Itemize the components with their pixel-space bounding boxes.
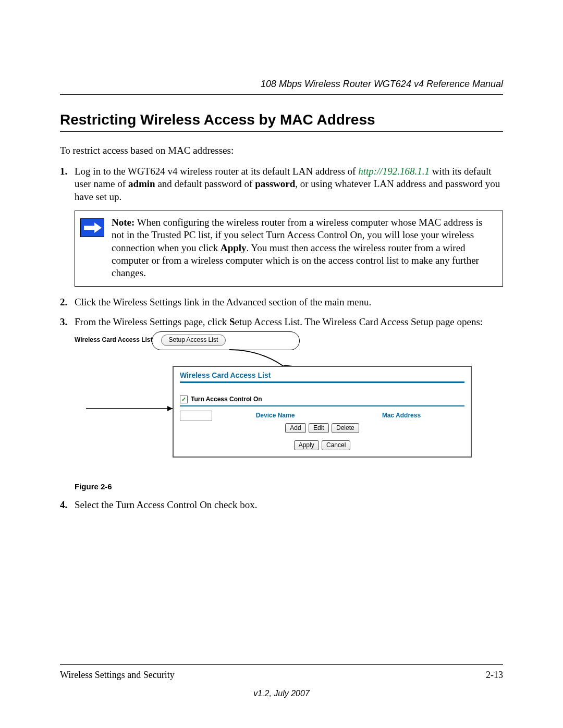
turn-access-control-checkbox[interactable]: ✓ xyxy=(180,396,188,403)
default-lan-link[interactable]: http://192.168.1.1 xyxy=(358,166,430,177)
note-apply-word: Apply xyxy=(221,242,247,253)
access-list-panel: Wireless Card Access List ✓ Turn Access … xyxy=(173,366,472,458)
note-box: Note: When configuring the wireless rout… xyxy=(75,211,503,287)
delete-button[interactable]: Delete xyxy=(332,423,359,433)
step-3-post: etup Access List. The Wireless Card Acce… xyxy=(235,316,483,327)
step-4: 4. Select the Turn Access Control On che… xyxy=(60,499,503,511)
step-number: 1. xyxy=(60,165,67,178)
default-username: admin xyxy=(128,178,155,189)
panel-button-row: Apply Cancel xyxy=(180,440,464,450)
note-label: Note: xyxy=(112,217,134,228)
mac-address-column: Mac Address xyxy=(338,411,464,421)
figure-top-row: Wireless Card Access List Setup Access L… xyxy=(75,335,226,346)
footer-left: Wireless Settings and Security xyxy=(60,669,175,681)
figure-2-6: Wireless Card Access List Setup Access L… xyxy=(75,332,503,491)
step-3: 3. From the Wireless Settings page, clic… xyxy=(60,316,503,492)
step-number: 3. xyxy=(60,316,67,328)
svg-marker-4 xyxy=(167,406,173,411)
step-3-pre: From the Wireless Settings page, click xyxy=(75,316,229,327)
intro-text: To restrict access based on MAC addresse… xyxy=(60,144,503,157)
cancel-button[interactable]: Cancel xyxy=(322,440,350,450)
step-1: 1. Log in to the WGT624 v4 wireless rout… xyxy=(60,165,503,287)
step-2: 2. Click the Wireless Settings link in t… xyxy=(60,296,503,309)
checkbox-label: Turn Access Control On xyxy=(191,396,262,403)
panel-title: Wireless Card Access List xyxy=(180,371,464,380)
footer-rule xyxy=(60,664,503,665)
add-button[interactable]: Add xyxy=(285,423,305,433)
section-title: Restricting Wireless Access by MAC Addre… xyxy=(60,110,503,129)
footer-version: v1.2, July 2007 xyxy=(60,688,503,699)
step-3-text: From the Wireless Settings page, click S… xyxy=(75,316,483,327)
turn-access-control-row: ✓ Turn Access Control On xyxy=(180,396,464,403)
manual-page: 108 Mbps Wireless Router WGT624 v4 Refer… xyxy=(0,0,563,728)
device-table-header: Device Name Mac Address xyxy=(180,411,464,421)
running-head: 108 Mbps Wireless Router WGT624 v4 Refer… xyxy=(60,78,503,90)
step-list: 1. Log in to the WGT624 v4 wireless rout… xyxy=(60,165,503,512)
svg-rect-0 xyxy=(84,226,94,230)
header-rule xyxy=(60,94,503,95)
footer-page-number: 2-13 xyxy=(486,669,503,681)
panel-rule xyxy=(180,381,464,383)
panel-rule-2 xyxy=(180,405,464,406)
access-list-label: Wireless Card Access List xyxy=(75,336,153,344)
step-4-text: Select the Turn Access Control On check … xyxy=(75,499,257,510)
step-2-text: Click the Wireless Settings link in the … xyxy=(75,297,371,307)
callout-line-icon xyxy=(86,405,180,412)
note-text: Note: When configuring the wireless rout… xyxy=(112,216,495,280)
step-number: 4. xyxy=(60,499,67,511)
page-footer: Wireless Settings and Security 2-13 v1.2… xyxy=(60,664,503,699)
figure-caption: Figure 2-6 xyxy=(75,482,503,491)
svg-marker-1 xyxy=(94,223,102,233)
apply-button[interactable]: Apply xyxy=(294,440,319,450)
step-1-pre: Log in to the WGT624 v4 wireless router … xyxy=(75,166,358,177)
arrow-right-icon xyxy=(80,218,104,237)
edit-button[interactable]: Edit xyxy=(309,423,329,433)
step-number: 2. xyxy=(60,296,67,309)
select-column xyxy=(180,411,212,421)
setup-access-list-button[interactable]: Setup Access List xyxy=(161,335,226,346)
table-button-row: Add Edit Delete xyxy=(180,423,464,433)
default-password: password xyxy=(255,178,295,189)
step-3-bold-s: S xyxy=(229,316,235,327)
section-underline xyxy=(60,131,503,132)
device-name-column: Device Name xyxy=(212,411,338,421)
step-1-text: Log in to the WGT624 v4 wireless router … xyxy=(75,166,500,202)
step-1-mid2: and default password of xyxy=(155,178,255,189)
